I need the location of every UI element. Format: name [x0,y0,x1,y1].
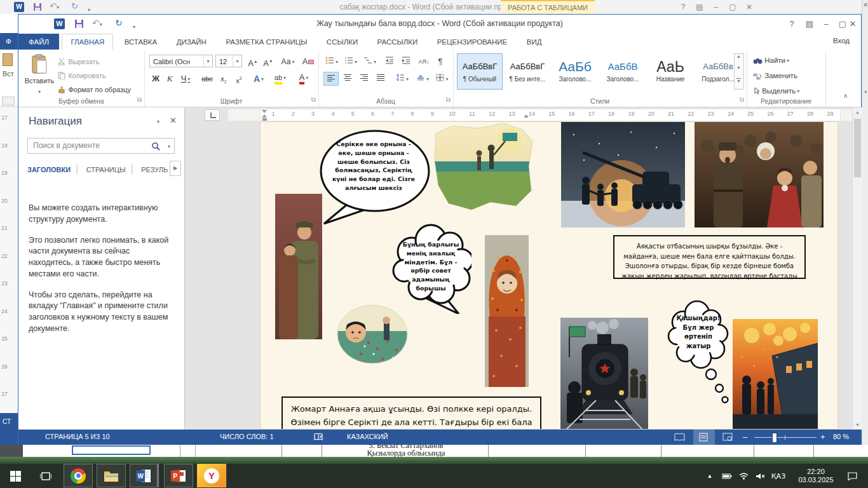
horizontal-ruler[interactable]: 1234567891011121314151617181920212223242… [228,109,852,121]
taskbar-explorer-button[interactable] [97,464,126,487]
back-close-button[interactable]: ✕ [741,1,757,13]
search-input[interactable]: Поиск в документе ▾ [27,138,175,154]
font-name-combo[interactable]: Calibri (Осн▾ [149,55,213,67]
web-layout-icon[interactable] [722,433,733,442]
style-normal[interactable]: АаБбВвГ¶ Обычный [457,53,503,90]
collapse-ribbon-icon[interactable]: ∧ [843,92,848,99]
taskbar-chrome-button[interactable] [64,464,93,487]
clear-formatting-button[interactable]: А [301,55,316,69]
document-scrollbar[interactable]: ▲ ▼ [852,107,862,430]
styles-scroll-up-icon[interactable]: ▲ [736,54,741,58]
zoom-level[interactable]: 80 % [833,433,849,440]
back-paste-fragment[interactable]: Вст [3,70,14,78]
strikethrough-button[interactable]: abc [199,72,215,86]
document-page[interactable]: Серікке әке орнына - әке, шеше орнына - … [260,121,838,430]
style-no-spacing[interactable]: АаБбВвГ¶ Без инте... [505,53,550,90]
illustration-locomotive[interactable] [560,318,648,430]
story-textbox-right[interactable]: Аяқасты отбасының шырқы бұзылды. Әке - м… [613,235,806,279]
start-button[interactable] [0,464,31,488]
contextual-tab-table-tools[interactable]: РАБОТА С ТАБЛИЦАМИ [501,0,595,15]
back-close-icon[interactable]: ✕ [863,1,868,8]
bullets-button[interactable] [323,55,340,69]
action-center-icon[interactable] [843,464,862,488]
taskbar-yandex-button[interactable]: Y [197,464,226,487]
sign-in-link[interactable]: Вход [833,37,850,44]
style-heading1[interactable]: АаБбЗаголово... [552,53,598,90]
borders-button[interactable] [434,72,451,86]
nav-tab-pages[interactable]: СТРАНИЦЫ [86,166,126,173]
align-right-button[interactable] [356,72,372,86]
styles-scroll-down-icon[interactable]: ▼ [736,65,741,70]
search-icon[interactable] [151,142,160,151]
tray-show-hidden-icon[interactable]: ▲ [703,464,717,488]
style-heading2[interactable]: АаБбВЗаголово... [600,53,646,90]
print-layout-view-button[interactable] [693,430,715,445]
multilevel-list-button[interactable] [362,55,378,69]
shading-button[interactable] [414,72,431,86]
cut-button[interactable]: Вырезать [58,55,99,67]
search-options-icon[interactable]: ▾ [168,144,170,149]
zoom-out-button[interactable]: – [743,432,747,442]
back-minimize-button[interactable]: – [708,1,724,13]
styles-more-icon[interactable]: ▼ [736,78,741,83]
left-indent-marker[interactable] [262,118,267,121]
taskbar-word-button[interactable]: W [130,464,159,487]
bold-button[interactable]: Ж [149,72,162,86]
first-line-indent-marker[interactable] [262,110,267,113]
tab-insert[interactable]: ВСТАВКА [116,34,166,50]
word-count[interactable]: ЧИСЛО СЛОВ: 1 [220,433,274,440]
read-mode-icon[interactable] [674,433,685,442]
tray-language-indicator[interactable]: ҚАЗ [768,464,789,488]
tab-view[interactable]: ВИД [519,34,550,50]
thought-cloud-text[interactable]: Бұның барлығы менің аналық міндетім. Бұл… [402,240,460,293]
tab-mailings[interactable]: РАССЫЛКИ [369,34,426,50]
zoom-slider-thumb[interactable] [772,433,777,443]
illustration-burning-train[interactable] [733,319,818,430]
shrink-font-button[interactable]: А▼ [261,55,275,69]
zoom-slider-track[interactable] [754,437,817,438]
tray-volume-muted-icon[interactable] [752,464,768,488]
tab-design[interactable]: ДИЗАЙН [168,34,215,50]
format-painter-button[interactable]: Формат по образцу [58,83,131,95]
tray-battery-icon[interactable] [719,464,735,488]
change-case-button[interactable]: Аа [279,55,297,69]
tray-clock[interactable]: 22:20 03.03.2025 [793,464,839,488]
illustration-field-scene[interactable] [337,304,408,365]
scroll-up-icon[interactable]: ▲ [855,110,860,114]
tab-references[interactable]: ССЫЛКИ [318,34,366,50]
highlight-color-button[interactable]: ab [270,71,290,85]
nav-tab-headings[interactable]: ЗАГОЛОВКИ [27,166,71,173]
justify-button[interactable] [373,72,388,86]
font-dialog-launcher-icon[interactable] [311,93,316,104]
tab-home[interactable]: ГЛАВНАЯ [62,34,113,50]
zoom-in-button[interactable]: + [820,432,825,442]
paste-button[interactable]: Вставить ▾ [24,53,55,102]
help-button[interactable]: ? [783,18,800,30]
nav-pane-close-icon[interactable]: ✕ [170,116,177,125]
font-size-combo[interactable]: 12▾ [215,55,242,67]
illustration-crowd[interactable] [695,122,824,227]
illustration-soldier-and-boy[interactable] [275,194,322,339]
clipboard-dialog-launcher-icon[interactable] [137,93,142,104]
proofing-status-icon[interactable] [313,433,323,442]
text-effects-button[interactable]: А [250,72,268,86]
replace-button[interactable]: abac Заменить [753,69,797,82]
task-view-button[interactable] [33,464,58,488]
style-title[interactable]: АаЬНазвание [648,53,693,90]
tab-stop-selector[interactable] [205,109,220,121]
underline-button[interactable]: Ч [177,72,194,86]
superscript-button[interactable]: x2 [232,72,246,86]
show-marks-button[interactable]: ¶ [434,55,447,69]
nav-tab-results[interactable]: РЕЗУЛЬ [141,166,168,173]
align-center-button[interactable] [340,72,355,86]
back-ribbon-options-button[interactable]: ▤ [691,1,708,13]
minimize-button[interactable]: – [818,18,834,30]
story-textbox-bottom[interactable]: Жомарт Аннаға ақша ұсынды. Өзі полкке ке… [281,396,541,430]
scrollbar-thumb[interactable] [854,119,861,177]
illustration-woman-headscarf[interactable] [485,235,529,387]
thought-cloud2-text[interactable]: Қашыңдар! Бұл жер өртеніп жатыр [675,314,722,351]
page-indicator[interactable]: СТРАНИЦА 5 ИЗ 10 [45,433,110,440]
find-button[interactable]: Найти [753,54,789,67]
back-restore-button[interactable]: ▢ [724,1,741,13]
nav-pane-menu-icon[interactable]: ▾ [157,119,159,125]
